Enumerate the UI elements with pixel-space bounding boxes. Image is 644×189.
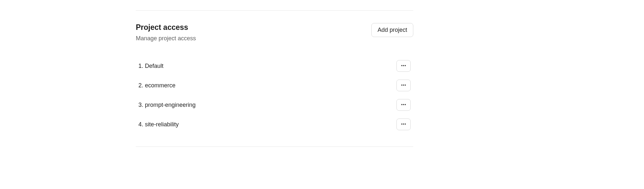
divider-bottom <box>136 146 413 147</box>
svg-point-11 <box>405 124 406 124</box>
svg-point-1 <box>403 65 404 66</box>
project-name: ecommerce <box>138 82 175 89</box>
svg-point-10 <box>403 124 404 124</box>
add-project-button[interactable]: Add project <box>371 23 413 37</box>
svg-point-4 <box>403 85 404 85</box>
divider-top <box>136 10 413 11</box>
project-item: ecommerce <box>136 76 413 95</box>
project-more-button[interactable] <box>396 60 411 72</box>
section-subtitle: Manage project access <box>136 35 196 42</box>
project-more-button[interactable] <box>396 80 411 91</box>
project-more-button[interactable] <box>396 119 411 130</box>
project-item: prompt-engineering <box>136 95 413 115</box>
project-list: Default ecommerce <box>136 56 413 134</box>
svg-point-8 <box>405 104 406 105</box>
project-name: Default <box>138 63 163 69</box>
more-horizontal-icon <box>401 121 406 128</box>
more-horizontal-icon <box>401 63 406 69</box>
svg-point-3 <box>402 85 402 85</box>
svg-point-7 <box>403 104 404 105</box>
project-name: site-reliability <box>138 121 179 128</box>
svg-point-5 <box>405 85 406 85</box>
project-item: Default <box>136 56 413 76</box>
svg-point-9 <box>402 124 402 124</box>
svg-point-6 <box>402 104 402 105</box>
svg-point-2 <box>405 65 406 66</box>
section-title: Project access <box>136 23 196 32</box>
project-access-section: Project access Manage project access Add… <box>136 10 413 147</box>
project-item: site-reliability <box>136 115 413 134</box>
project-name: prompt-engineering <box>138 102 196 108</box>
svg-point-0 <box>402 65 402 66</box>
section-header-text: Project access Manage project access <box>136 23 196 42</box>
section-header: Project access Manage project access Add… <box>136 23 413 42</box>
more-horizontal-icon <box>401 102 406 108</box>
more-horizontal-icon <box>401 82 406 89</box>
project-more-button[interactable] <box>396 99 411 111</box>
